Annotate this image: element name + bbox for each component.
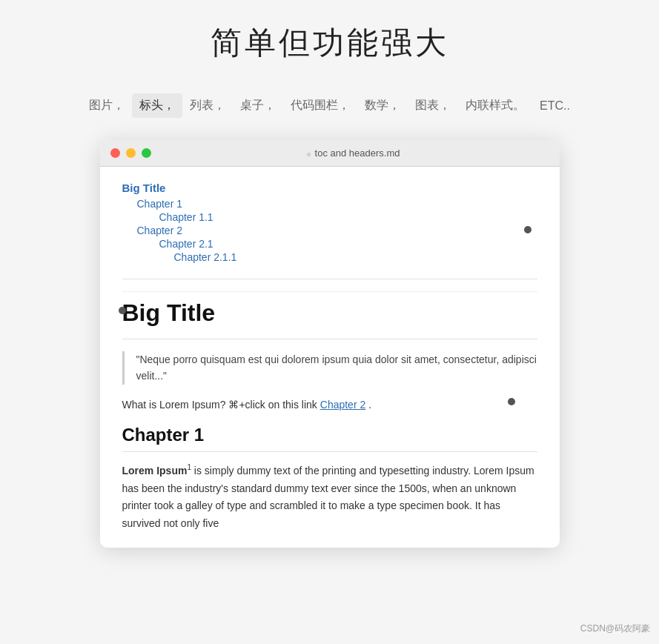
window-title: ⬦ toc and headers.md [157,147,549,159]
editor-window: ⬦ toc and headers.md Big Title Chapter 1… [100,140,560,548]
toc-big-title[interactable]: Big Title [122,182,537,194]
nav-item-etc[interactable]: ETC.. [532,95,577,117]
traffic-light-close[interactable] [110,148,120,158]
inline-text-after: . [368,399,371,411]
nav-item-tables[interactable]: 桌子， [233,93,283,118]
watermark: CSDN@码农阿豪 [580,623,650,635]
scroll-dot-right [508,398,515,405]
blockquote: "Neque porro quisquam est qui dolorem ip… [122,351,537,385]
traffic-light-minimize[interactable] [126,148,136,158]
window-titlebar: ⬦ toc and headers.md [100,140,560,167]
lorem-bold-text: Lorem Ipsum [122,465,188,477]
content-section: Big Title "Neque porro quisquam est qui … [122,291,537,533]
section-divider [122,279,537,279]
md-file-icon: ⬦ [306,148,311,159]
window-content: Big Title Chapter 1 Chapter 1.1 Chapter … [100,167,560,548]
toc-item-chapter2-1[interactable]: Chapter 2.1 [122,237,537,250]
scroll-dot-left [119,307,126,314]
chapter2-link[interactable]: Chapter 2 [320,399,365,411]
toc-section: Big Title Chapter 1 Chapter 1.1 Chapter … [122,182,537,264]
scrollbar-indicator [524,226,531,233]
content-big-title: Big Title [122,299,537,327]
inline-paragraph: What is Lorem Ipsum? ⌘+click on this lin… [122,396,537,413]
nav-item-images[interactable]: 图片， [82,93,132,118]
lorem-paragraph: Lorem Ipsum1 is simply dummy text of the… [122,461,537,533]
page-title: 简单但功能强大 [211,22,449,64]
nav-item-inline-styles[interactable]: 内联样式。 [458,93,532,118]
nav-item-math[interactable]: 数学， [357,93,408,118]
title-divider [122,339,537,339]
toc-item-chapter1[interactable]: Chapter 1 [122,197,537,210]
toc-item-chapter2[interactable]: Chapter 2 [122,224,537,237]
nav-item-lists[interactable]: 列表， [182,93,233,118]
nav-bar: 图片， 标头， 列表， 桌子， 代码围栏， 数学， 图表， 内联样式。 ETC.… [82,93,577,118]
inline-text-before: What is Lorem Ipsum? ⌘+click on this lin… [122,399,320,411]
traffic-light-fullscreen[interactable] [142,148,151,158]
nav-item-charts[interactable]: 图表， [408,93,458,118]
nav-item-codefences[interactable]: 代码围栏， [283,93,357,118]
nav-item-headers[interactable]: 标头， [132,93,182,118]
toc-item-chapter2-1-1[interactable]: Chapter 2.1.1 [122,250,537,264]
chapter1-heading: Chapter 1 [122,425,537,452]
toc-item-chapter1-1[interactable]: Chapter 1.1 [122,210,537,224]
